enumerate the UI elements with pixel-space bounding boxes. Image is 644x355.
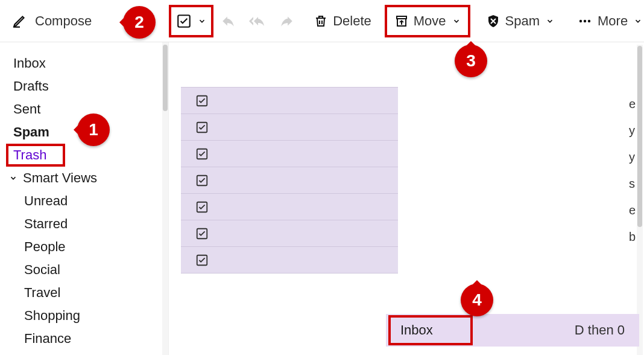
- preview-fragment: e: [629, 91, 636, 117]
- sidebar-item-label: Trash: [13, 147, 46, 163]
- checkbox-checked-icon[interactable]: [195, 121, 209, 134]
- compose-label: Compose: [35, 13, 92, 29]
- reply-button[interactable]: [216, 7, 241, 35]
- sidebar-section-folders[interactable]: Folders: [0, 350, 168, 355]
- scrollbar-thumb[interactable]: [637, 46, 642, 227]
- svg-point-1: [579, 19, 582, 22]
- message-list: [181, 87, 398, 273]
- chevron-down-icon: [546, 17, 554, 25]
- toolbar: Compose Delete Move: [0, 0, 644, 42]
- move-menu: Inbox D then 0: [386, 314, 639, 347]
- move-menu-item-label: Inbox: [400, 322, 433, 338]
- spam-shield-icon: [486, 14, 500, 28]
- more-label: More: [598, 13, 628, 29]
- sidebar-item-label: Starred: [24, 216, 68, 232]
- delete-label: Delete: [333, 13, 371, 29]
- callout-number: 2: [134, 13, 144, 32]
- compose-icon: [12, 13, 28, 29]
- trash-icon: [314, 14, 328, 28]
- svg-point-2: [584, 19, 586, 22]
- forward-icon: [279, 13, 294, 29]
- preview-fragment: b: [629, 223, 636, 250]
- sidebar-item-label: Social: [24, 262, 60, 278]
- message-row[interactable]: [181, 220, 398, 247]
- sidebar-item-shopping[interactable]: Shopping: [0, 304, 168, 327]
- annotation-callout-3: 3: [455, 45, 487, 77]
- main-scrollbar[interactable]: [637, 45, 643, 355]
- sidebar-item-unread[interactable]: Unread: [0, 190, 168, 213]
- message-row[interactable]: [181, 194, 398, 220]
- message-row[interactable]: [181, 247, 398, 273]
- preview-fragment: e: [629, 197, 636, 223]
- scrollbar-thumb[interactable]: [163, 45, 168, 111]
- select-all-icon: [176, 13, 192, 29]
- sidebar-item-label: Travel: [24, 285, 60, 301]
- move-menu-item-inbox[interactable]: Inbox: [388, 315, 473, 345]
- chevron-down-icon: [452, 17, 461, 25]
- sidebar-item-travel[interactable]: Travel: [0, 281, 168, 304]
- checkbox-checked-icon[interactable]: [195, 174, 209, 187]
- delete-button[interactable]: Delete: [306, 7, 379, 35]
- sidebar-item-people[interactable]: People: [0, 235, 168, 258]
- preview-fragment: s: [629, 170, 636, 197]
- checkbox-checked-icon[interactable]: [195, 254, 209, 267]
- sidebar-item-drafts[interactable]: Drafts: [0, 75, 168, 98]
- preview-fragment: y: [629, 144, 636, 170]
- sidebar-item-finance[interactable]: Finance: [0, 327, 168, 350]
- spam-button[interactable]: Spam: [479, 7, 561, 35]
- sidebar-item-label: Shopping: [24, 308, 80, 324]
- sidebar-scrollbar[interactable]: [162, 42, 168, 355]
- sidebar-section-label: Smart Views: [23, 170, 97, 186]
- checkbox-checked-icon[interactable]: [195, 200, 209, 214]
- message-row[interactable]: [181, 114, 398, 141]
- sidebar-item-label: Unread: [24, 193, 68, 209]
- message-row[interactable]: [181, 167, 398, 194]
- chevron-down-icon: [8, 174, 18, 182]
- sidebar-item-trash[interactable]: Trash: [6, 144, 65, 167]
- move-button[interactable]: Move: [385, 5, 470, 37]
- annotation-callout-1: 1: [77, 114, 110, 146]
- sidebar-item-starred[interactable]: Starred: [0, 213, 168, 235]
- more-button[interactable]: More: [570, 7, 644, 35]
- forward-button[interactable]: [274, 7, 299, 35]
- sidebar-item-label: Spam: [13, 124, 49, 140]
- checkbox-checked-icon[interactable]: [195, 227, 209, 240]
- message-row[interactable]: [181, 88, 398, 114]
- annotation-callout-4: 4: [461, 284, 493, 316]
- sidebar-item-label: Inbox: [13, 56, 46, 71]
- preview-edge-text: eyyseb: [629, 91, 636, 250]
- sidebar-item-label: Sent: [13, 101, 40, 117]
- sidebar-item-label: Finance: [24, 331, 71, 347]
- sidebar-item-inbox[interactable]: Inbox: [0, 52, 168, 75]
- move-icon: [394, 14, 409, 28]
- select-all-button[interactable]: [169, 5, 213, 37]
- sidebar-item-label: People: [24, 239, 66, 255]
- reply-all-icon: [248, 13, 267, 29]
- main-pane: eyyseb: [169, 42, 644, 355]
- reply-icon: [221, 13, 236, 29]
- callout-number: 1: [89, 120, 98, 139]
- sidebar-section-smart-views[interactable]: Smart Views: [0, 167, 168, 190]
- compose-button[interactable]: Compose: [6, 10, 98, 33]
- annotation-callout-2: 2: [123, 6, 156, 39]
- body: Inbox Drafts Sent Spam Trash Smart Views…: [0, 42, 644, 355]
- message-row[interactable]: [181, 141, 398, 167]
- chevron-down-icon: [634, 17, 642, 25]
- sidebar-item-social[interactable]: Social: [0, 258, 168, 281]
- svg-point-3: [588, 19, 590, 22]
- callout-number: 4: [472, 290, 482, 310]
- reply-all-button[interactable]: [244, 7, 271, 35]
- callout-number: 3: [466, 51, 476, 71]
- preview-fragment: y: [629, 117, 636, 144]
- checkbox-checked-icon[interactable]: [195, 147, 209, 161]
- spam-label: Spam: [505, 13, 540, 29]
- ellipsis-icon: [577, 14, 593, 28]
- sidebar: Inbox Drafts Sent Spam Trash Smart Views…: [0, 42, 169, 355]
- sidebar-item-label: Drafts: [13, 78, 49, 94]
- checkbox-checked-icon[interactable]: [195, 94, 209, 107]
- chevron-down-icon: [198, 17, 206, 25]
- move-menu-shortcut: D then 0: [575, 322, 625, 338]
- move-label: Move: [414, 13, 446, 29]
